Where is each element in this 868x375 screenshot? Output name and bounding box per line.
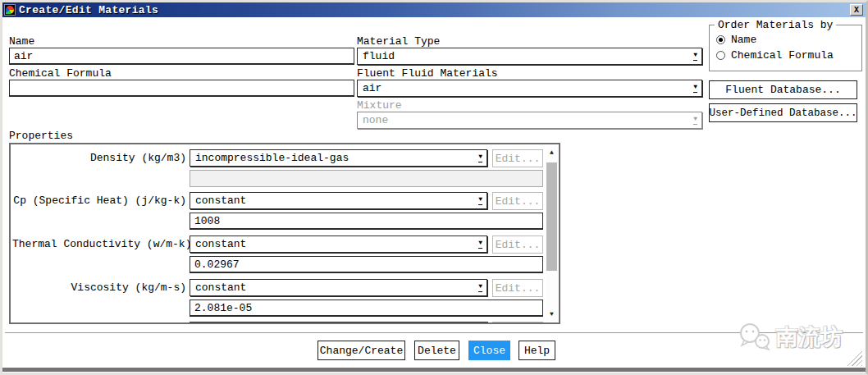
thermal-conductivity-method-select[interactable]: constant ▼ [190, 236, 487, 253]
viscosity-method-value: constant [195, 281, 246, 294]
cp-edit-button: Edit... [492, 192, 543, 210]
mixture-select: none ▼ [357, 112, 702, 129]
material-type-value: fluid [363, 50, 395, 62]
material-type-select[interactable]: fluid ▼ [357, 48, 702, 65]
help-button[interactable]: Help [519, 341, 555, 360]
clipped-next-edit-button [492, 322, 543, 324]
name-label: Name [9, 36, 34, 48]
cp-method-select[interactable]: constant ▼ [190, 192, 487, 209]
window-title: Create/Edit Materials [19, 4, 158, 16]
properties-panel: Density (kg/m3) incompressible-ideal-gas… [9, 143, 560, 324]
chevron-down-icon: ▼ [693, 84, 697, 93]
density-method-select[interactable]: incompressible-ideal-gas ▼ [190, 149, 487, 167]
chevron-down-icon: ▼ [693, 52, 697, 61]
thermal-conductivity-edit-button: Edit... [492, 236, 543, 254]
order-materials-by-group: Order Materials by Name Chemical Formula [709, 25, 862, 71]
footer-separator [5, 332, 863, 333]
title-bar[interactable]: Create/Edit Materials X [2, 2, 866, 17]
close-button[interactable]: Close [468, 341, 510, 360]
radio-label: Chemical Formula [731, 49, 834, 62]
chevron-down-icon: ▼ [478, 153, 482, 162]
properties-label: Properties [9, 130, 73, 142]
name-input[interactable] [9, 48, 354, 65]
fluent-fluid-materials-select[interactable]: air ▼ [357, 80, 702, 97]
order-materials-by-title: Order Materials by [715, 19, 836, 31]
chemical-formula-input[interactable] [9, 80, 354, 97]
fluent-database-button[interactable]: Fluent Database... [709, 80, 857, 99]
radio-icon[interactable] [716, 51, 725, 60]
thermal-conductivity-method-value: constant [195, 238, 246, 250]
viscosity-value-input[interactable] [190, 300, 543, 317]
watermark: 南流坊 [738, 322, 843, 352]
create-edit-materials-dialog: Create/Edit Materials X Name Chemical Fo… [0, 0, 868, 375]
density-method-value: incompressible-ideal-gas [195, 152, 349, 164]
scroll-down-icon[interactable]: ▼ [546, 309, 558, 319]
density-value-input [190, 170, 543, 187]
density-edit-button: Edit... [492, 149, 543, 167]
radio-label: Name [731, 34, 756, 46]
viscosity-method-select[interactable]: constant ▼ [190, 279, 487, 296]
property-label-viscosity: Viscosity (kg/m-s) [12, 279, 186, 297]
property-label-density: Density (kg/m3) [12, 149, 186, 167]
thermal-conductivity-value-input[interactable] [190, 256, 543, 273]
wechat-bubbles-icon [738, 322, 772, 352]
close-icon[interactable]: X [850, 4, 863, 16]
clipped-next-row [190, 322, 488, 322]
cp-value-input[interactable] [190, 213, 543, 230]
radio-order-by-name[interactable]: Name [716, 34, 756, 46]
chevron-down-icon: ▼ [693, 116, 697, 125]
scroll-up-icon[interactable]: ▲ [546, 148, 558, 158]
user-defined-database-button[interactable]: User-Defined Database... [709, 103, 857, 122]
cp-method-value: constant [195, 194, 246, 207]
mixture-label: Mixture [357, 100, 402, 112]
material-type-label: Material Type [357, 36, 440, 48]
watermark-text: 南流坊 [776, 322, 843, 352]
scrollbar-thumb[interactable] [546, 162, 557, 271]
window-bottom-edge [2, 368, 866, 372]
chevron-down-icon: ▼ [478, 196, 482, 205]
viscosity-edit-button: Edit... [492, 279, 543, 297]
radio-icon[interactable] [716, 35, 725, 44]
chemical-formula-label: Chemical Formula [9, 68, 112, 80]
fluent-app-icon [4, 4, 16, 16]
fluent-fluid-materials-label: Fluent Fluid Materials [357, 68, 498, 80]
mixture-value: none [363, 114, 388, 126]
chevron-down-icon: ▼ [478, 240, 482, 249]
property-label-thermal-conductivity: Thermal Conductivity (w/m-k) [12, 236, 186, 254]
property-label-cp: Cp (Specific Heat) (j/kg-k) [12, 192, 186, 210]
radio-order-by-chemical-formula[interactable]: Chemical Formula [716, 49, 834, 62]
fluent-fluid-materials-value: air [363, 82, 381, 94]
delete-button[interactable]: Delete [414, 341, 459, 360]
change-create-button[interactable]: Change/Create [318, 341, 405, 360]
resize-grip-icon[interactable] [846, 350, 862, 366]
chevron-down-icon: ▼ [478, 283, 482, 292]
properties-scrollbar[interactable]: ▲ ▼ [546, 146, 558, 321]
